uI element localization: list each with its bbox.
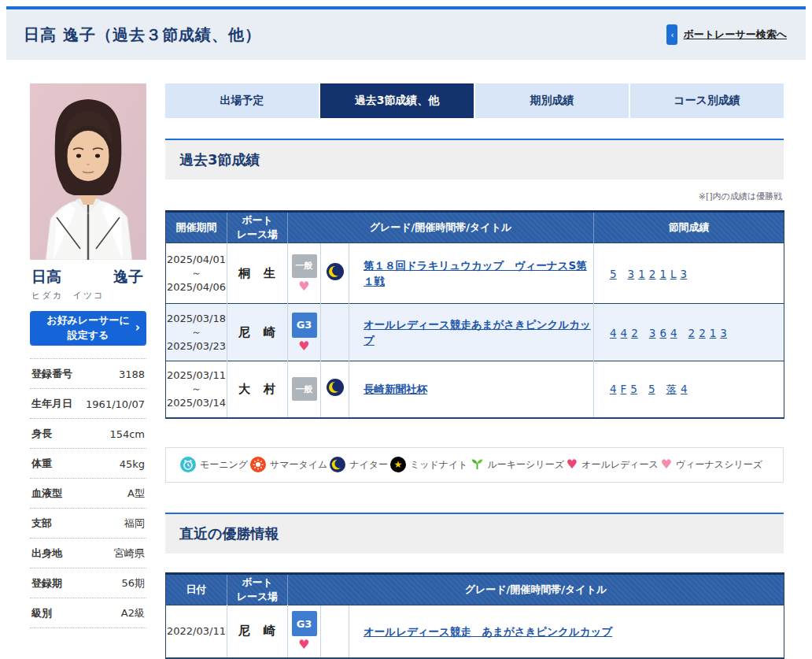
result-link[interactable]: 364	[649, 327, 677, 339]
col-venue: ボート レース場	[227, 573, 288, 605]
venus-series-icon: ♥	[661, 458, 672, 471]
tab-schedule[interactable]: 出場予定	[165, 83, 319, 118]
profile-row-weight: 体重 45kg	[30, 449, 146, 479]
page-header: 日高 逸子（過去３節成績、他） ‹ ボートレーサー検索へ	[6, 9, 806, 60]
profile-row-registration-number: 登録番号 3188	[30, 359, 146, 389]
legend-venus-series: ♥ ヴィーナスシリーズ	[661, 458, 762, 472]
profile-row-height: 身長 154cm	[30, 419, 146, 449]
venue-name: 桐 生	[227, 243, 288, 304]
racer-search-link[interactable]: ボートレーサー検索へ	[683, 28, 787, 42]
tab-course-results[interactable]: コース別成績	[630, 83, 784, 118]
racer-name-last: 日高	[31, 267, 61, 287]
col-date: 日付	[166, 573, 227, 605]
time-series-legend: モーニング サマータイム ナイター ★ ミッドナイト	[165, 447, 784, 483]
profile-row-blood-type: 血液型 A型	[30, 479, 146, 509]
legend-all-ladies: ♥ オールレディース	[567, 458, 659, 472]
legend-nighter: ナイター	[330, 457, 388, 472]
profile-row-class: 級別 A2級	[30, 598, 146, 628]
profile-row-birthdate: 生年月日 1961/10/07	[30, 389, 146, 419]
profile-row-branch: 支部 福岡	[30, 509, 146, 539]
race-title-link[interactable]: オールレディース競走 あまがさきピンクルカップ	[364, 625, 612, 638]
tab-bar: 出場予定 過去3節成績、他 期別成績 コース別成績	[165, 83, 784, 118]
grade-badge-ippan: 一般	[292, 377, 317, 401]
profile-row-registration-term: 登録期 56期	[30, 568, 146, 598]
rookie-series-icon	[471, 457, 484, 472]
racer-profile-list: 登録番号 3188 生年月日 1961/10/07 身長 154cm 体重 45…	[30, 358, 146, 628]
table-row: 2025/03/18 ～ 2025/03/23 尼 崎 G3 ♥	[166, 304, 784, 361]
result-link[interactable]: 3121L3	[628, 268, 688, 280]
race-title-link[interactable]: 長崎新聞社杯	[364, 383, 427, 395]
racer-search-back[interactable]: ‹ ボートレーサー検索へ	[666, 24, 787, 45]
racer-name-first: 逸子	[113, 267, 143, 287]
result-link[interactable]: 4F5	[610, 383, 637, 395]
morning-icon	[180, 457, 196, 472]
results-note: ※[]内の成績は優勝戦	[165, 191, 782, 202]
col-grade-title: グレード/開催時間帯/タイトル	[288, 573, 784, 605]
col-period: 開催期間	[166, 212, 227, 243]
race-title-link[interactable]: 第１８回ドラキリュウカップ ヴィーナスS第１戦	[364, 259, 587, 287]
racer-portrait-image	[30, 83, 146, 260]
col-grade-title: グレード/開催時間帯/タイトル	[288, 212, 594, 243]
racer-photo	[30, 83, 146, 260]
legend-morning: モーニング	[180, 457, 248, 472]
favorite-racer-button[interactable]: お好みレーサーに 設定する ›	[30, 311, 146, 346]
venue-name: 大 村	[227, 361, 288, 418]
table-row: 2025/04/01 ～ 2025/04/06 桐 生 一般 ♥	[166, 243, 784, 304]
legend-rookie-series: ルーキーシリーズ	[471, 457, 564, 472]
grade-badge-g3: G3	[292, 611, 317, 636]
section-past3-header: 過去3節成績	[165, 139, 784, 180]
table-row: 2025/03/11 ～ 2025/03/14 大 村 一般	[166, 361, 784, 418]
section-recent-win-header: 直近の優勝情報	[165, 513, 784, 553]
racer-sidebar: 日高 逸子 ヒダカ イツコ お好みレーサーに 設定する › 登録番号 3188 …	[30, 83, 146, 659]
result-link[interactable]: 442	[610, 327, 638, 339]
page: 日高 逸子（過去３節成績、他） ‹ ボートレーサー検索へ	[0, 0, 812, 659]
all-ladies-icon: ♥	[298, 340, 309, 353]
all-ladies-icon: ♥	[567, 458, 578, 471]
table-row: 2022/03/11 尼 崎 G3 ♥ オールレディース競走 あまがさきピンクル…	[166, 605, 784, 658]
content: 日高 逸子 ヒダカ イツコ お好みレーサーに 設定する › 登録番号 3188 …	[6, 60, 806, 659]
profile-row-birthplace: 出身地 宮崎県	[30, 539, 146, 568]
col-venue: ボート レース場	[227, 212, 288, 243]
legend-midnight: ★ ミッドナイト	[390, 457, 468, 472]
venus-series-icon: ♥	[298, 280, 309, 293]
summer-time-icon	[250, 457, 266, 472]
racer-name-kana: ヒダカ イツコ	[30, 290, 146, 302]
tab-term-results[interactable]: 期別成績	[475, 83, 629, 118]
result-link[interactable]: 5	[648, 383, 655, 395]
grade-badge-g3: G3	[292, 313, 317, 338]
race-title-link[interactable]: オールレディース競走あまがさきピンクルカップ	[364, 318, 591, 346]
col-section-results: 節間成績	[594, 212, 784, 243]
result-link[interactable]: 2213	[688, 327, 727, 339]
main-panel: 出場予定 過去3節成績、他 期別成績 コース別成績 過去3節成績 ※[]内の成績…	[165, 83, 784, 659]
chevron-right-icon: ›	[135, 320, 140, 337]
all-ladies-icon: ♥	[298, 639, 309, 651]
table-header-row: 開催期間 ボート レース場 グレード/開催時間帯/タイトル 節間成績	[166, 212, 784, 243]
legend-summer-time: サマータイム	[250, 457, 327, 472]
racer-name: 日高 逸子	[30, 267, 146, 287]
venue-name: 尼 崎	[227, 304, 288, 361]
chevron-left-icon: ‹	[666, 24, 677, 45]
venue-name: 尼 崎	[227, 605, 288, 658]
grade-badge-ippan: 一般	[292, 254, 317, 278]
midnight-icon: ★	[390, 457, 406, 472]
recent-win-table: 日付 ボート レース場 グレード/開催時間帯/タイトル 2022/03/11 尼…	[165, 572, 784, 659]
nighter-icon	[330, 457, 345, 472]
tab-past3-results[interactable]: 過去3節成績、他	[320, 83, 474, 118]
past3-results-table: 開催期間 ボート レース場 グレード/開催時間帯/タイトル 節間成績 2025/…	[165, 210, 784, 419]
nighter-icon	[327, 379, 344, 396]
page-title: 日高 逸子（過去３節成績、他）	[24, 24, 261, 46]
result-link[interactable]: 落4	[666, 383, 688, 395]
result-link[interactable]: 5	[610, 268, 617, 280]
nighter-icon	[327, 263, 344, 280]
table-header-row: 日付 ボート レース場 グレード/開催時間帯/タイトル	[166, 573, 784, 605]
win-date: 2022/03/11	[166, 605, 227, 658]
